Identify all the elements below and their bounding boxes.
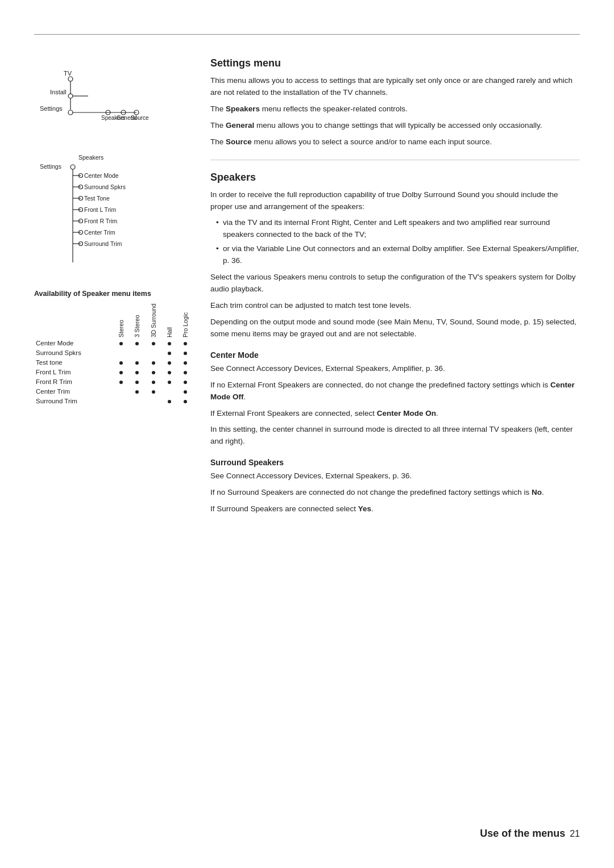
general-note: The General menu allows you to change se…: [210, 120, 580, 132]
dot-indicator: [168, 361, 171, 365]
speakers-title: Speakers: [210, 172, 580, 183]
dot-cell: [129, 338, 145, 348]
row-label: Center Trim: [34, 386, 113, 396]
col-stereo: Stereo: [118, 303, 125, 337]
table-row: Surround Spkrs: [34, 348, 193, 357]
row-label: Surround Trim: [34, 396, 113, 406]
dot-cell: [113, 338, 129, 348]
dot-cell: [161, 367, 177, 377]
install-label: Install: [50, 89, 67, 95]
dot-cell: [113, 367, 129, 377]
tv-label: TV: [64, 70, 72, 77]
dot-cell: [129, 396, 145, 406]
dot-cell: [129, 386, 145, 396]
dot-cell: [145, 386, 161, 396]
col-3stereo: 3 Stereo: [134, 303, 140, 337]
dot-cell: [113, 357, 129, 367]
page-footer: Use of the menus 21: [480, 828, 580, 840]
dot-cell: [113, 396, 129, 406]
dot-indicator: [168, 381, 171, 384]
surround-spkrs-line3: If Surround Speakers are connected selec…: [210, 503, 580, 515]
source-note: The Source menu allows you to select a s…: [210, 136, 580, 148]
section-divider-1: [210, 160, 580, 160]
settings-menu-intro: This menu allows you to access to settin…: [210, 75, 580, 99]
center-mode-line1: See Connect Accessory Devices, External …: [210, 363, 580, 375]
dot-indicator: [119, 381, 123, 384]
table-row: Front R Trim: [34, 377, 193, 386]
dot-cell: [113, 386, 129, 396]
row-label: Front R Trim: [34, 377, 113, 386]
dot-cell: [177, 357, 193, 367]
svg-point-0: [68, 77, 73, 81]
front-l-trim-diag-label: Front L Trim: [84, 206, 116, 213]
page: TV Install Settings: [0, 0, 614, 868]
speakers-depend-text: Depending on the output mode and sound m…: [210, 316, 580, 340]
dot-indicator: [168, 342, 171, 345]
row-label: Test tone: [34, 357, 113, 367]
dot-cell: [113, 377, 129, 386]
dot-indicator: [184, 381, 187, 384]
center-mode-line3: If External Front Speakers are connected…: [210, 408, 580, 420]
row-label: Front L Trim: [34, 367, 113, 377]
dot-indicator: [152, 381, 155, 384]
dot-cell: [161, 338, 177, 348]
dot-cell: [145, 367, 161, 377]
surround-spkrs-diag-label: Surround Spkrs: [84, 183, 126, 190]
dot-indicator: [184, 371, 187, 374]
right-column: Settings menu This menu allows you to ac…: [210, 57, 580, 520]
surround-spkrs-line2: If no Surround Speakers are connected do…: [210, 487, 580, 499]
dot-cell: [161, 386, 177, 396]
dot-cell: [145, 338, 161, 348]
dot-indicator: [135, 371, 139, 374]
top-divider: [34, 34, 580, 35]
dot-indicator: [184, 400, 187, 403]
svg-point-2: [68, 94, 73, 98]
dot-indicator: [152, 390, 155, 394]
availability-section: Availability of Speaker menu items Stere…: [34, 290, 193, 406]
speakers-select-text: Select the various Speakers menu control…: [210, 272, 580, 295]
center-mode-title: Center Mode: [210, 350, 580, 360]
dot-cell: [113, 348, 129, 357]
dot-cell: [129, 357, 145, 367]
test-tone-diag-label: Test Tone: [84, 195, 110, 202]
availability-table: Stereo 3 Stereo 3D Surround Hall Pro Log…: [34, 302, 193, 406]
speakers-intro: In order to receive the full reproductio…: [210, 189, 580, 213]
center-mode-diag-label: Center Mode: [84, 172, 119, 179]
dot-cell: [161, 348, 177, 357]
dot-cell: [145, 348, 161, 357]
svg-point-10: [70, 165, 75, 169]
tv-menu-diagram: TV Install Settings: [34, 63, 193, 131]
dot-cell: [129, 367, 145, 377]
content-area: TV Install Settings: [0, 57, 614, 520]
dot-indicator: [168, 352, 171, 355]
dot-cell: [161, 396, 177, 406]
dot-cell: [145, 377, 161, 386]
availability-title: Availability of Speaker menu items: [34, 290, 193, 298]
dot-cell: [177, 396, 193, 406]
dot-indicator: [152, 342, 155, 345]
footer-text: Use of the menus: [480, 828, 565, 840]
table-row: Front L Trim: [34, 367, 193, 377]
row-label: Center Mode: [34, 338, 113, 348]
dot-indicator: [152, 361, 155, 365]
dot-cell: [129, 377, 145, 386]
dot-cell: [177, 338, 193, 348]
center-trim-diag-label: Center Trim: [84, 229, 115, 236]
dot-cell: [177, 367, 193, 377]
speakers-diagram-svg: Speakers Settings Center Mode Surround S…: [34, 152, 182, 271]
center-mode-line2: If no External Front Speakers are connec…: [210, 379, 580, 403]
tv-diagram-svg: TV Install Settings: [34, 63, 176, 131]
dot-indicator: [184, 352, 187, 355]
dot-indicator: [119, 371, 123, 374]
surround-speakers-title: Surround Speakers: [210, 458, 580, 467]
speakers-bullet-1: via the TV and its internal Front Right,…: [216, 217, 580, 241]
dot-indicator: [135, 361, 139, 365]
dot-indicator: [135, 381, 139, 384]
page-number: 21: [570, 829, 580, 839]
speakers-bullets: via the TV and its internal Front Right,…: [216, 217, 580, 267]
source-sublabel: Source: [131, 115, 149, 121]
surround-trim-diag-label: Surround Trim: [84, 240, 122, 247]
spk-settings-label: Speakers: [78, 154, 103, 161]
dot-cell: [145, 357, 161, 367]
dot-indicator: [152, 371, 155, 374]
